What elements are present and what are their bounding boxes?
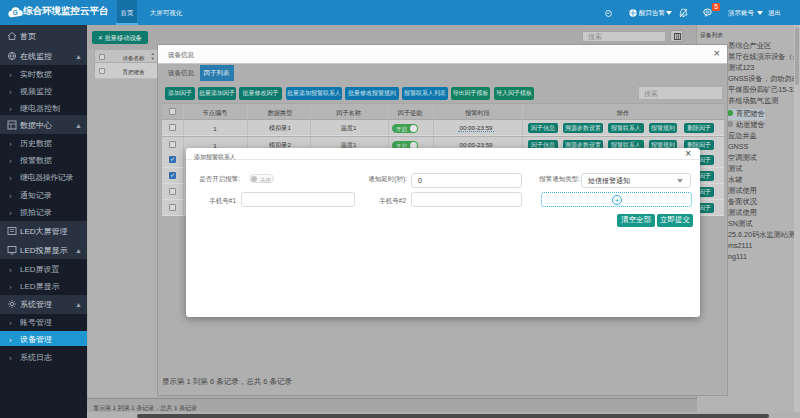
svg-text:G: G — [13, 8, 18, 15]
